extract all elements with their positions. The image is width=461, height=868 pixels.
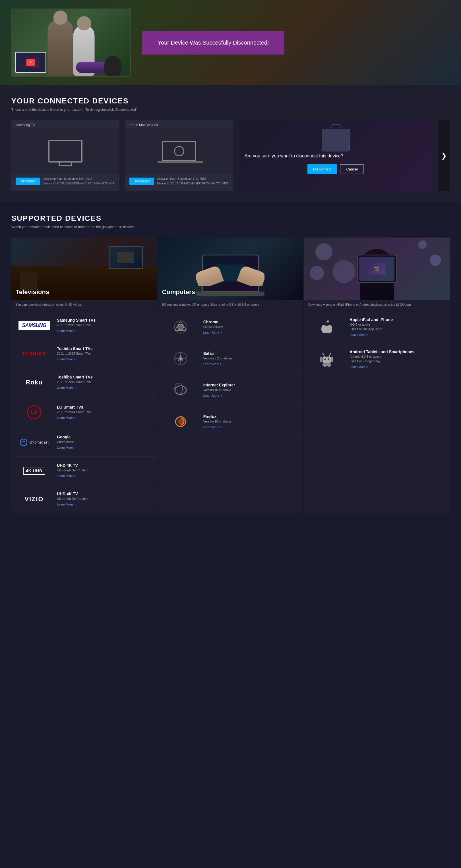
carousel-next-arrow[interactable]: ❯ xyxy=(438,120,450,191)
connected-subtitle: These are all the devices linked to your… xyxy=(11,108,450,112)
vizio-learn-more[interactable]: Learn More > xyxy=(57,503,76,506)
lg-learn-more[interactable]: Learn More > xyxy=(57,416,76,420)
laptop-base xyxy=(196,291,264,296)
svg-point-19 xyxy=(330,353,331,354)
disconnect-btn-2[interactable]: Disconnect xyxy=(129,178,154,185)
svg-rect-22 xyxy=(320,356,322,362)
lg-device-detail: 2011 to 2014 Smart TVs xyxy=(57,410,153,414)
roku-logo-area: Roku xyxy=(16,376,53,389)
svg-line-18 xyxy=(329,354,330,356)
lg-logo-wrap: LG xyxy=(27,405,41,420)
device-card-samsung-tv: Samsung TV Disconnect Activation Date: S… xyxy=(11,120,119,191)
toshiba-text-area: Toshiba Smart TVs 2011 to 2015 Smart TVs… xyxy=(53,346,153,362)
android-learn-more[interactable]: Learn More > xyxy=(349,365,368,369)
computer-category-label: Computers xyxy=(162,288,195,296)
android-text-area: Android Tablets and Smartphones Android … xyxy=(345,349,445,369)
firefox-icon xyxy=(173,414,188,429)
supported-subtitle: Watch your favorite movies and tv shows … xyxy=(11,225,450,229)
confirm-disconnect-text: Are you sure you want to disconnect this… xyxy=(244,153,427,159)
device-2-activation: Activation Date: September 11th, 2015 xyxy=(157,177,228,181)
uhd-device-name: UHD 4K TV xyxy=(57,463,153,468)
android-icon xyxy=(320,351,334,367)
samsung-text-area: Samsung Smart TVs 2011 to 2015 Smart TVs… xyxy=(53,318,153,333)
apple-device-detail-2: Find it on the App Store xyxy=(349,327,445,331)
mobile-category-desc: Download videos on iPad, iPhone or Andro… xyxy=(304,300,450,311)
chromecast-logo-wrap: chromecast xyxy=(20,438,48,446)
hero-content: ✕ Your Device Was Succesfully Disconnect… xyxy=(0,3,461,83)
toshiba-logo: TOSHIBA xyxy=(22,351,46,356)
chromecast-icon xyxy=(20,438,28,446)
roku-learn-more[interactable]: Learn More > xyxy=(57,386,76,389)
arrow-icon: ❯ xyxy=(441,152,447,160)
lg-text-area: LG Smart TVs 2011 to 2014 Smart TVs Lear… xyxy=(53,405,153,420)
device-card-1-footer: Disconnect Activation Date: September 12… xyxy=(11,174,119,189)
disconnect-btn-1[interactable]: Disconnect xyxy=(16,178,40,185)
svg-point-8 xyxy=(180,358,181,360)
samsung-device-item: SAMSUNG Samsung Smart TVs 2011 to 2015 S… xyxy=(11,311,157,340)
tv-category-label: Televisions xyxy=(16,288,49,296)
uhd-device-detail: Ultra High Def Content xyxy=(57,468,153,472)
movie-background: ✕ xyxy=(12,9,130,76)
svg-point-11 xyxy=(175,383,182,394)
uhd-learn-more[interactable]: Learn More > xyxy=(57,474,76,477)
ie-device-detail: Version 10 or above xyxy=(203,388,299,392)
apple-device-item: Apple iPad and iPhone iOS 8 or above Fin… xyxy=(304,311,450,343)
roku-logo: Roku xyxy=(26,379,42,386)
chromecast-logo-area: chromecast xyxy=(16,436,53,449)
room-tv xyxy=(109,246,143,269)
device-card-2-info: Activation Date: September 11th, 2015 De… xyxy=(157,177,228,186)
firefox-logo-area xyxy=(162,412,199,432)
roku-device-detail: 2011 to 2015 Smart TVs xyxy=(57,380,153,383)
android-device-detail-1: Android 4.0.3 or above xyxy=(349,355,445,358)
svg-point-13 xyxy=(178,420,183,424)
firefox-learn-more[interactable]: Learn More > xyxy=(203,425,222,429)
apple-text-area: Apple iPad and iPhone iOS 8 or above Fin… xyxy=(345,317,445,337)
device-card-1-name: Samsung TV xyxy=(11,120,119,128)
uhd-logo-area: 4K UHD xyxy=(16,464,53,477)
vizio-device-item: VIZIO UHD 4K TV Ultra High Def Content L… xyxy=(11,485,157,514)
svg-point-20 xyxy=(324,359,326,360)
scene-tablet: 🎬 xyxy=(357,255,397,283)
computer-category-block: Computers PC running Windows XP or above… xyxy=(158,238,304,311)
samsung-logo-area: SAMSUNG xyxy=(16,318,53,333)
chrome-learn-more[interactable]: Learn More > xyxy=(203,331,222,334)
safari-device-name: Safari xyxy=(203,351,299,356)
devices-grid: Samsung TV Disconnect Activation Date: S… xyxy=(11,120,450,191)
device-card-1-info: Activation Date: September 12th, 2015 De… xyxy=(43,177,114,186)
computer-category-desc: PC running Windows XP or above; Mac runn… xyxy=(158,300,304,311)
laptop-icon xyxy=(162,141,196,161)
android-logo-area xyxy=(308,349,345,370)
connected-title: YOUR CONNECTED DEVICES xyxy=(11,97,450,105)
roku-remote xyxy=(104,56,121,77)
svg-rect-14 xyxy=(322,356,331,363)
svg-line-16 xyxy=(323,354,324,356)
vizio-device-detail: Ultra High Def Content xyxy=(57,497,153,500)
confirm-cancel-btn[interactable]: Cancel xyxy=(340,164,364,174)
chrome-icon xyxy=(173,320,188,334)
device-card-macbook: Apple MacBook Air Disconnect Activation … xyxy=(125,120,233,191)
toshiba-learn-more[interactable]: Learn More > xyxy=(57,358,76,361)
chromecast-learn-more[interactable]: Learn More > xyxy=(57,446,76,449)
ie-learn-more[interactable]: Learn More > xyxy=(203,394,222,397)
device-card-2-footer: Disconnect Activation Date: September 11… xyxy=(125,174,233,189)
toshiba-device-item: TOSHIBA Toshiba Smart TVs 2011 to 2015 S… xyxy=(11,340,157,368)
device-2-id: Device ID: C7BAC951-8C84-47DC-81B3-8EN7C… xyxy=(157,181,228,186)
hands-overlay xyxy=(196,263,264,286)
samsung-learn-more[interactable]: Learn More > xyxy=(57,329,76,333)
apple-learn-more[interactable]: Learn More > xyxy=(349,333,368,336)
safari-logo-area xyxy=(162,349,199,369)
device-1-activation: Activation Date: September 12th, 2015 xyxy=(43,177,114,181)
firefox-device-name: Firefox xyxy=(203,414,299,419)
computer-category-image: Computers xyxy=(158,238,304,300)
vizio-text-area: UHD 4K TV Ultra High Def Content Learn M… xyxy=(53,492,153,506)
hero-tablet-screen: ✕ xyxy=(16,53,46,72)
uhd-badge: 4K UHD xyxy=(23,467,45,475)
ie-text-area: Internet Explorer Version 10 or above Le… xyxy=(199,383,299,398)
safari-learn-more[interactable]: Learn More > xyxy=(203,362,222,366)
android-device-name: Android Tablets and Smartphones xyxy=(349,349,445,354)
tv-icon-1 xyxy=(48,140,83,162)
lg-logo-area: LG xyxy=(16,402,53,422)
hero-roku-device xyxy=(76,50,121,77)
confirm-disconnect-btn[interactable]: Disconnect xyxy=(308,164,337,174)
hero-movie-frame: ✕ xyxy=(11,8,131,77)
